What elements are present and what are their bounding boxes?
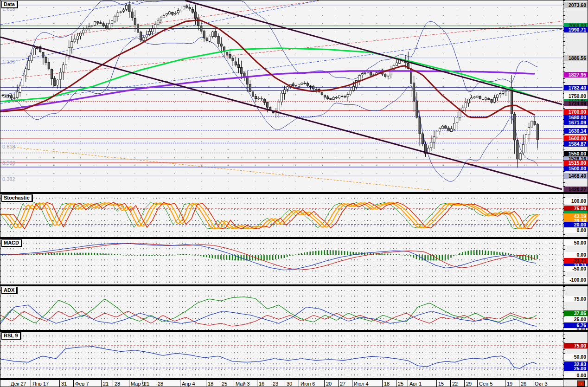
tab-adx[interactable]: ADX [1,287,18,294]
fibonacci-level-label: 0.382 [2,176,15,182]
price-axis-label: 1515.00 [564,160,588,166]
time-axis-tick [338,380,339,387]
time-axis-label: 28 [158,381,163,387]
time-axis-label: 29 [466,381,472,387]
panel-separator [0,330,588,332]
time-axis-tick [519,380,519,387]
price-axis-label: 1680.00 [564,115,588,120]
time-axis-tick [477,380,478,387]
time-axis-label: Фев 7 [75,381,89,387]
rsi-canvas [0,332,562,378]
tab-data[interactable]: Data [1,1,18,8]
time-axis-tick [464,380,465,387]
time-axis-label: Мар 9 [131,381,145,387]
price-axis-label: 1550.00 [564,151,588,156]
time-axis-label: 21 [144,381,149,387]
tab-stochastic[interactable]: Stochastic [1,194,33,202]
rsi-panel[interactable]: RSI, 9 [0,332,563,378]
time-axis-tick [324,380,325,387]
price-axis-label: 50.00 [564,240,588,245]
price-axis-label: 0.00 [564,373,588,378]
time-axis-label: 31 [61,381,67,387]
time-axis-label: 23 [273,381,278,387]
price-axis-label: -50.00 [564,266,588,271]
time-axis-tick [505,380,505,387]
time-axis-tick [73,380,74,387]
price-axis-label: 0.00 [564,252,588,258]
time-axis-tick [533,380,533,387]
time-axis-tick [180,380,180,387]
price-axis-label: 20.00 [564,222,588,227]
price-axis-label: 1671.09 [564,120,588,125]
time-axis-tick [257,380,257,387]
time-axis-tick [271,380,271,387]
time-axis-label: Апр 4 [182,381,195,387]
time-axis-tick [408,380,408,387]
price-axis-label: 75.00 [564,343,588,348]
price-axis-label: 1750.00 [564,93,588,99]
time-axis-tick [59,380,60,387]
price-axis-label: 75.00 [564,296,588,302]
time-axis-label: Янв 17 [32,381,49,387]
scroll-right-button[interactable]: → [577,381,585,387]
time-axis-label: Дек 27 [11,381,26,387]
price-axis-label: 1782.40 [564,85,588,90]
time-axis-label: Май 3 [236,381,250,387]
time-axis-tick [382,380,383,387]
time-axis-label: 16 [259,381,264,387]
price-axis-label: 1600.00 [564,135,588,141]
fibonacci-level-label: 0.618 [2,144,15,149]
price-axis-label: 32.83 [564,361,588,367]
time-axis-tick [9,380,9,387]
time-axis-tick [299,380,299,387]
price-axis-label: 1420.27 [564,187,588,192]
time-axis-label: 18 [208,381,213,387]
price-chart-canvas: 1.6181.2360.6180.5000.382 [0,0,562,192]
time-axis-label: 22 [452,381,458,387]
time-axis-tick [352,380,352,387]
time-axis-label: 21 [103,381,109,387]
price-axis-label: 1827.95 [564,72,588,77]
time-axis-tick [285,380,285,387]
time-axis-tick [436,380,437,387]
tab-macd[interactable]: MACD [1,239,22,247]
time-axis-label: 26 [521,381,526,387]
price-axis-label: -100.00 [564,277,588,283]
time-axis-label: 15 [438,381,444,387]
stochastic-canvas [0,194,562,237]
time-axis-tick [234,380,234,387]
price-axis-label: 1990.71 [564,27,588,32]
time-axis-label: Сен 5 [479,381,492,387]
macd-panel[interactable]: MACD [0,239,563,284]
panel-separator [0,192,588,194]
time-axis-label: Июл 4 [354,381,369,387]
time-axis-tick [396,380,396,387]
time-axis-tick [31,380,31,387]
price-axis-label: 1468.40 [564,173,588,179]
time-axis-label: 19 [507,381,512,387]
price-axis-label: 1500.00 [564,166,588,171]
time-axis-tick [450,380,451,387]
time-axis-label: 30 [287,381,292,387]
panel-separator [0,237,588,239]
time-axis-tick [113,380,113,387]
price-axis-label: 37.05 [564,310,588,316]
price-axis-label: 1886.56 [564,55,588,61]
price-axis-label: 1584.87 [564,141,588,147]
fibonacci-level-label: 0.500 [2,160,15,166]
price-axis-label: 0.00 [564,227,588,233]
time-axis-label: Июн 6 [300,381,315,387]
macd-canvas [0,239,562,284]
price-axis-label: 100.00 [564,198,588,204]
panel-separator [0,284,588,286]
fibonacci-level-label: 1.236 [2,59,15,64]
time-axis-label: 28 [115,381,120,387]
time-axis-tick [156,380,156,387]
time-axis-tick [129,380,129,387]
tab-rsi[interactable]: RSI, 9 [1,332,21,340]
price-axis-label: 25.00 [564,316,588,322]
price-axis-label: 1700.00 [564,109,588,115]
stochastic-panel[interactable]: Stochastic [0,194,563,237]
price-chart-panel[interactable]: 1.6181.2360.6180.5000.382 Data [0,0,563,192]
adx-panel[interactable]: ADX [0,286,563,330]
